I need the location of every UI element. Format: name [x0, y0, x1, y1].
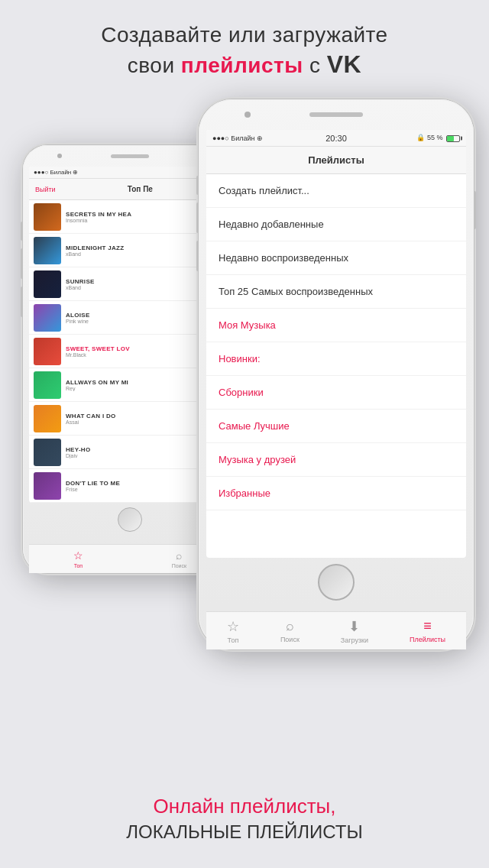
tab-downloads-front[interactable]: ⬇ Загрузки: [341, 618, 368, 644]
playlist-item[interactable]: Новинки:: [206, 342, 466, 376]
list-icon-front: ≡: [423, 618, 432, 634]
front-phone-screen: ●●●○ Билайн ⊕ 20:30 🔒 55 % Плейлисты Соз…: [206, 130, 466, 558]
tab-top-label-front: Топ: [228, 636, 239, 644]
tab-search-back[interactable]: ⌕ Поиск: [172, 549, 186, 568]
playlist-item[interactable]: Избранные: [206, 477, 466, 510]
front-phone-nav-title: Плейлисты: [215, 154, 457, 166]
star-icon-front: ☆: [227, 618, 239, 635]
search-icon-back: ⌕: [176, 549, 182, 562]
top-heading-line2-normal: свои: [128, 53, 181, 77]
front-phone-top-bar: [199, 99, 474, 130]
back-phone-camera: [57, 154, 62, 158]
track-thumbnail: [34, 439, 61, 466]
back-phone-carrier: ●●●○ Билайн ⊕: [34, 169, 98, 176]
top-heading-s: с: [303, 53, 327, 77]
bottom-heading-line1: Онлайн плейлисты,: [0, 794, 489, 820]
track-thumbnail: [34, 304, 61, 332]
tab-search-label-front: Поиск: [280, 636, 300, 643]
tab-playlists-front[interactable]: ≡ Плейлисты: [410, 618, 445, 643]
battery-bar-icon: [446, 135, 460, 142]
top-heading-playlists: плейлисты: [181, 53, 303, 77]
top-heading: Создавайте или загружайте свои плейлисты…: [0, 0, 489, 81]
playlist-item[interactable]: Сборники: [206, 376, 466, 410]
top-heading-vk: VK: [327, 50, 361, 78]
playlist-item[interactable]: Моя Музыка: [206, 309, 466, 342]
bottom-heading-line2: ЛОКАЛЬНЫЕ ПЛЕЙЛИСТЫ: [0, 820, 489, 844]
front-phone-carrier: ●●●○ Билайн ⊕: [212, 134, 295, 142]
tab-top-front[interactable]: ☆ Топ: [227, 618, 239, 644]
playlist-item[interactable]: Топ 25 Самых воспроизведенных: [206, 275, 466, 309]
download-icon-front: ⬇: [348, 618, 360, 635]
back-phone-home-button[interactable]: [118, 507, 142, 532]
front-phone-status-bar: ●●●○ Билайн ⊕ 20:30 🔒 55 %: [206, 130, 466, 147]
tab-search-front[interactable]: ⌕ Поиск: [280, 618, 300, 643]
track-thumbnail: [34, 237, 61, 264]
front-phone-nav-bar: Плейлисты: [206, 147, 466, 174]
tab-top-back[interactable]: ☆ Топ: [73, 549, 83, 568]
back-phone-back-button[interactable]: Выйти: [35, 186, 56, 193]
bottom-heading: Онлайн плейлисты, ЛОКАЛЬНЫЕ ПЛЕЙЛИСТЫ: [0, 794, 489, 844]
front-phone-camera: [244, 112, 251, 118]
battery-pct: 55 %: [427, 134, 443, 141]
back-phone-speaker: [111, 154, 149, 158]
track-thumbnail: [34, 371, 61, 399]
track-thumbnail: [34, 270, 61, 298]
playlist-item[interactable]: Самые Лучшие: [206, 410, 466, 443]
star-icon: ☆: [73, 549, 83, 562]
front-phone-tab-bar: ☆ Топ ⌕ Поиск ⬇ Загрузки ≡ Плейлисты: [206, 611, 466, 649]
playlist-item[interactable]: Музыка у друзей: [206, 443, 466, 477]
playlist-item[interactable]: Недавно воспроизведенных: [206, 241, 466, 275]
front-phone: ●●●○ Билайн ⊕ 20:30 🔒 55 % Плейлисты Соз…: [199, 99, 474, 649]
tab-search-label-back: Поиск: [172, 563, 186, 568]
front-phone-battery: 🔒 55 %: [377, 134, 460, 141]
tab-top-label-back: Топ: [74, 563, 83, 568]
front-phone-speaker: [309, 112, 363, 117]
top-heading-line1: Создавайте или загружайте: [101, 23, 387, 47]
search-icon-front: ⌕: [286, 618, 294, 634]
front-phone-time: 20:30: [295, 134, 377, 143]
track-thumbnail: [34, 338, 61, 365]
phones-container: ●●●○ Билайн ⊕ ▓▓ Выйти Топ Пе Secrets in…: [0, 84, 489, 749]
front-phone-playlist-list: Создать плейлист...Недавно добавленныеНе…: [206, 174, 466, 510]
track-thumbnail: [34, 405, 61, 432]
playlist-item[interactable]: Недавно добавленные: [206, 208, 466, 241]
tab-downloads-label-front: Загрузки: [341, 636, 368, 644]
playlist-item[interactable]: Создать плейлист...: [206, 174, 466, 208]
tab-playlists-label-front: Плейлисты: [410, 636, 445, 643]
track-thumbnail: [34, 472, 61, 500]
front-phone-home-button[interactable]: [318, 564, 355, 601]
track-thumbnail: [34, 203, 61, 231]
